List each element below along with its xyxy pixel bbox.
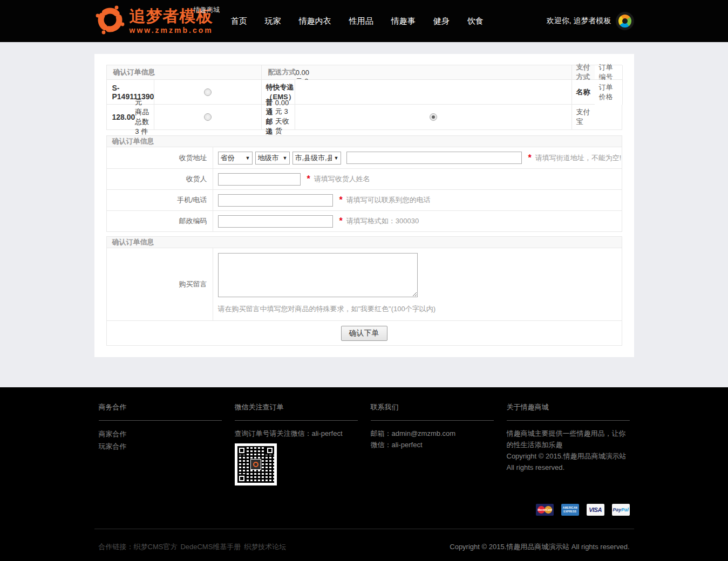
- order-confirm-card: 确认订单信息 配送方式 支付方式 订单编号 S-P1491113901RN304…: [94, 54, 634, 357]
- zipcode-label: 邮政编码: [107, 211, 213, 231]
- footer-col-wechat-title: 微信关注查订单: [235, 402, 358, 412]
- nav-item-lingerie[interactable]: 情趣内衣: [299, 16, 331, 26]
- district-select[interactable]: 市,县级市,县: [292, 152, 341, 165]
- footer-col-business: 商务合作 商家合作 玩家合作: [99, 402, 222, 485]
- logo-url: www.zmzmb.com: [130, 26, 213, 35]
- message-label: 购买留言: [107, 248, 213, 320]
- required-mark: *: [528, 153, 532, 163]
- nav-item-fitness[interactable]: 健身: [433, 16, 450, 26]
- footer-col-contact: 联系我们 邮箱：admin@zmzmb.com 微信：ali-perfect: [371, 402, 494, 485]
- footer-link-merchant[interactable]: 商家合作: [99, 428, 222, 440]
- order-price-label: 订单价格: [595, 80, 623, 105]
- confirm-order-button[interactable]: 确认下单: [341, 326, 387, 341]
- footer-copyright: Copyright © 2015.情趣用品商城演示站 All rights re…: [450, 542, 629, 552]
- partner-link-dedecms[interactable]: 织梦CMS官方: [134, 543, 178, 551]
- qr-finder-icon: [237, 474, 246, 483]
- consignee-row: 收货人 * 请填写收货人姓名: [107, 168, 622, 189]
- user-welcome: 欢迎你, 追梦者模板: [547, 12, 634, 30]
- payment-radio-alipay[interactable]: [430, 113, 437, 121]
- consignee-label: 收货人: [107, 169, 213, 189]
- phone-input[interactable]: [218, 194, 333, 207]
- province-select[interactable]: 省份: [218, 152, 253, 165]
- nav-item-products[interactable]: 性用品: [349, 16, 373, 26]
- contact-wechat: 微信：ali-perfect: [371, 439, 494, 450]
- partner-link-wiki[interactable]: DedeCMS维基手册: [180, 543, 241, 551]
- nav-item-players[interactable]: 玩家: [265, 16, 281, 26]
- avatar-swirl-icon: [618, 15, 631, 28]
- consignee-input[interactable]: [218, 173, 301, 186]
- purchase-message-textarea[interactable]: [218, 253, 418, 297]
- address-label: 收货地址: [107, 147, 213, 168]
- consignee-hint: 请填写收货人姓名: [314, 174, 370, 184]
- nav-item-home[interactable]: 首页: [231, 16, 247, 26]
- site-logo[interactable]: 情趣商城 追梦者模板 www.zmzmb.com: [94, 4, 213, 38]
- paypal-icon: PayPal: [612, 504, 630, 516]
- user-avatar[interactable]: [616, 12, 634, 30]
- wechat-qr-code: [235, 443, 277, 485]
- amex-icon: AMERICAN EXPRESS: [561, 504, 579, 516]
- logo-swirl-icon: [94, 4, 126, 38]
- welcome-text: 欢迎你, 追梦者模板: [547, 16, 611, 26]
- logo-badge: 情趣商城: [194, 5, 220, 15]
- zipcode-row: 邮政编码 * 请填写格式如：300030: [107, 210, 622, 231]
- mastercard-icon: MasterCard: [536, 504, 554, 516]
- message-section-title: 确认订单信息: [106, 236, 622, 248]
- divider: [507, 420, 630, 421]
- about-text: 情趣商城主要提供一些情趣用品，让你的性生活添加乐趣: [507, 428, 630, 450]
- payment-method-alipay: 支付宝: [572, 105, 595, 129]
- order-price-value: 128.00 元 商品总数 3 件: [107, 105, 154, 129]
- about-rights: All rights reserved.: [507, 462, 630, 473]
- contact-email: 邮箱：admin@zmzmb.com: [371, 428, 494, 439]
- zipcode-hint: 请填写格式如：300030: [346, 216, 419, 226]
- divider: [99, 420, 222, 421]
- partner-links: 合作链接：织梦CMS官方DedeCMS维基手册织梦技术论坛: [99, 542, 290, 552]
- about-copyright: Copyright © 2015.情趣用品商城演示站: [507, 450, 630, 462]
- address-form: 收货地址 省份 地级市 市,县级市,县 * 请填写街道地址，不能为空!: [106, 147, 622, 232]
- delivery-option-post: 普通邮递 0.00元 3天收货: [262, 105, 295, 129]
- footer-col-wechat: 微信关注查订单 查询订单号请关注微信：ali-perfect: [235, 402, 358, 485]
- page-body: 确认订单信息 配送方式 支付方式 订单编号 S-P1491113901RN304…: [0, 42, 728, 387]
- nav-item-diet[interactable]: 饮食: [467, 16, 484, 26]
- delivery-radio-post[interactable]: [204, 113, 212, 121]
- message-hint: 请在购买留言中填写您对商品的特殊要求，如"我要红色"(100个字以内): [218, 304, 622, 314]
- footer-col-about-title: 关于情趣商城: [507, 402, 630, 412]
- wechat-query-text: 查询订单号请关注微信：ali-perfect: [235, 428, 358, 439]
- phone-hint: 请填写可以联系到您的电话: [346, 195, 431, 205]
- main-nav: 首页 玩家 情趣内衣 性用品 情趣事 健身 饮食: [231, 16, 484, 26]
- order-no-label: 订单编号: [595, 65, 623, 80]
- delivery-radio-ems[interactable]: [204, 88, 212, 96]
- phone-label: 手机/电话: [107, 190, 213, 210]
- footer-col-contact-title: 联系我们: [371, 402, 494, 412]
- order-info-header: 确认订单信息: [107, 65, 262, 80]
- partner-link-forum[interactable]: 织梦技术论坛: [244, 543, 286, 551]
- payment-name-header: 名称: [572, 80, 595, 105]
- address-row: 收货地址 省份 地级市 市,县级市,县 * 请填写街道地址，不能为空!: [107, 147, 622, 168]
- qr-finder-icon: [237, 446, 246, 455]
- qr-center-logo-icon: [250, 459, 261, 470]
- nav-item-affairs[interactable]: 情趣事: [391, 16, 416, 26]
- divider: [235, 420, 358, 421]
- message-form: 购买留言 请在购买留言中填写您对商品的特殊要求，如"我要红色"(100个字以内)…: [106, 248, 622, 346]
- city-select[interactable]: 地级市: [255, 152, 290, 165]
- footer-link-player[interactable]: 玩家合作: [99, 440, 222, 453]
- address-hint: 请填写街道地址，不能为空!: [535, 153, 622, 163]
- zipcode-input[interactable]: [218, 215, 333, 228]
- footer-col-business-title: 商务合作: [99, 402, 222, 412]
- footer-col-about: 关于情趣商城 情趣商城主要提供一些情趣用品，让你的性生活添加乐趣 Copyrig…: [507, 402, 630, 485]
- visa-icon: VISA: [587, 504, 604, 516]
- divider: [371, 420, 494, 421]
- site-footer: 商务合作 商家合作 玩家合作 微信关注查订单 查询订单号请关注微信：ali-pe…: [0, 387, 728, 561]
- site-header: 情趣商城 追梦者模板 www.zmzmb.com 首页 玩家 情趣内衣 性用品 …: [0, 0, 728, 42]
- phone-row: 手机/电话 * 请填写可以联系到您的电话: [107, 189, 622, 210]
- qr-finder-icon: [266, 446, 274, 455]
- street-address-input[interactable]: [346, 152, 522, 164]
- address-section-title: 确认订单信息: [106, 135, 622, 147]
- payment-brands: MasterCard AMERICAN EXPRESS VISA PayPal: [94, 504, 634, 516]
- payment-method-header: 支付方式: [572, 65, 595, 80]
- order-summary-table: 确认订单信息 配送方式 支付方式 订单编号 S-P1491113901RN304…: [106, 65, 622, 130]
